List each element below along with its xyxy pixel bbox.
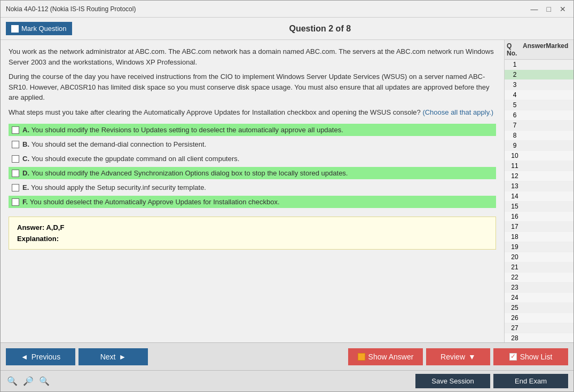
question-title: Question 2 of 8	[72, 24, 568, 34]
show-answer-button[interactable]: Show Answer	[348, 348, 423, 365]
sidebar-row-17[interactable]: 17	[505, 222, 573, 232]
review-button[interactable]: Review ▼	[426, 348, 490, 365]
sidebar-row-7[interactable]: 7	[505, 121, 573, 131]
review-arrow-icon: ▼	[468, 353, 476, 361]
explanation-text: Explanation:	[17, 235, 487, 243]
sidebar-row-8[interactable]: 8	[505, 131, 573, 141]
next-button[interactable]: Next ►	[78, 348, 148, 365]
option-b-checkbox[interactable]	[12, 141, 19, 148]
sidebar-col-answer: Answer	[523, 42, 546, 57]
question-text-3: What steps must you take after clearing …	[9, 107, 496, 118]
show-answer-label: Show Answer	[368, 353, 414, 361]
option-b-label: B. You should set the demand-dial connec…	[22, 140, 206, 148]
sidebar-row-3[interactable]: 3	[505, 80, 573, 90]
choose-note: (Choose all that apply.)	[422, 108, 493, 116]
option-e-row: E. You should apply the Setup security.i…	[9, 181, 496, 194]
maximize-button[interactable]: □	[545, 5, 553, 13]
bottom-section: ◄ Previous Next ► Show Answer Review ▼ S…	[1, 342, 573, 391]
option-a-checkbox[interactable]	[12, 126, 19, 134]
close-button[interactable]: ✕	[557, 5, 568, 13]
sidebar-row-16[interactable]: 16	[505, 212, 573, 222]
next-arrow-icon: ►	[119, 353, 126, 361]
sidebar-header: Q No. Answer Marked	[505, 40, 573, 60]
option-f-checkbox[interactable]	[12, 198, 19, 206]
option-e-label: E. You should apply the Setup security.i…	[22, 183, 206, 191]
show-list-button[interactable]: Show List	[493, 348, 568, 365]
main-content: You work as the network administrator at…	[1, 40, 573, 342]
option-d-row: D. You should modify the Advanced Synchr…	[9, 167, 496, 179]
sidebar-col-marked: Marked	[546, 42, 573, 57]
sidebar-row-26[interactable]: 26	[505, 313, 573, 323]
sidebar-row-24[interactable]: 24	[505, 293, 573, 303]
sidebar-row-18[interactable]: 18	[505, 232, 573, 242]
end-exam-button[interactable]: End Exam	[493, 374, 568, 388]
option-d-label: D. You should modify the Advanced Synchr…	[22, 169, 348, 177]
previous-label: Previous	[32, 353, 60, 361]
sidebar: Q No. Answer Marked 1 2 3 4 5 6 7 8 9 10…	[504, 40, 573, 342]
sidebar-col-qno: Q No.	[507, 42, 523, 57]
option-d-checkbox[interactable]	[12, 170, 19, 177]
title-bar-controls: — □ ✕	[529, 5, 568, 13]
sidebar-row-4[interactable]: 4	[505, 90, 573, 100]
sidebar-row-14[interactable]: 14	[505, 191, 573, 202]
answer-text: Answer: A,D,F	[17, 223, 487, 231]
review-label: Review	[441, 353, 465, 361]
option-a-label: A. You should modify the Revisions to Up…	[22, 126, 343, 134]
option-c-row: C. You should execute the gpupdate comma…	[9, 153, 496, 165]
previous-button[interactable]: ◄ Previous	[6, 348, 75, 365]
prev-arrow-icon: ◄	[21, 353, 28, 361]
sidebar-row-20[interactable]: 20	[505, 252, 573, 262]
option-b-row: B. You should set the demand-dial connec…	[9, 138, 496, 150]
save-session-button[interactable]: Save Session	[415, 374, 490, 388]
end-exam-label: End Exam	[515, 377, 547, 385]
bottom-row2: 🔍 🔎 🔍 Save Session End Exam	[1, 370, 573, 391]
title-bar: Nokia 4A0-112 (Nokia IS-IS Routing Proto…	[1, 1, 573, 18]
toolbar: Mark Question Question 2 of 8	[1, 18, 573, 40]
zoom-reset-button[interactable]: 🔎	[22, 375, 35, 387]
mark-question-button[interactable]: Mark Question	[6, 22, 72, 35]
sidebar-row-9[interactable]: 9	[505, 141, 573, 151]
mark-checkbox-icon	[11, 25, 19, 33]
sidebar-row-21[interactable]: 21	[505, 262, 573, 273]
answer-box: Answer: A,D,F Explanation:	[9, 217, 496, 250]
sidebar-row-22[interactable]: 22	[505, 273, 573, 283]
next-label: Next	[100, 353, 116, 361]
option-c-label: C. You should execute the gpupdate comma…	[22, 155, 239, 163]
option-e-checkbox[interactable]	[12, 184, 19, 191]
sidebar-row-15[interactable]: 15	[505, 202, 573, 212]
main-window: Nokia 4A0-112 (Nokia IS-IS Routing Proto…	[0, 0, 574, 392]
sidebar-row-19[interactable]: 19	[505, 242, 573, 252]
show-list-label: Show List	[520, 353, 553, 361]
option-c-checkbox[interactable]	[12, 155, 19, 163]
options-container: A. You should modify the Revisions to Up…	[9, 124, 496, 208]
sidebar-row-10[interactable]: 10	[505, 151, 573, 161]
option-f-row: F. You should deselect the Automatically…	[9, 196, 496, 208]
option-a-row: A. You should modify the Revisions to Up…	[9, 124, 496, 136]
sidebar-row-27[interactable]: 27	[505, 323, 573, 333]
sidebar-row-28[interactable]: 28	[505, 333, 573, 342]
minimize-button[interactable]: —	[529, 5, 540, 13]
sidebar-row-11[interactable]: 11	[505, 161, 573, 171]
question-text-1: You work as the network administrator at…	[9, 46, 496, 67]
show-list-icon	[509, 353, 517, 361]
show-answer-icon	[358, 353, 365, 361]
question-text-2: During the course of the day you have re…	[9, 71, 496, 103]
mark-question-label: Mark Question	[21, 25, 67, 33]
zoom-out-button[interactable]: 🔍	[6, 375, 19, 387]
option-f-label: F. You should deselect the Automatically…	[22, 198, 280, 206]
sidebar-row-5[interactable]: 5	[505, 100, 573, 110]
sidebar-row-2[interactable]: 2	[505, 70, 573, 80]
question-stem: What steps must you take after clearing …	[9, 108, 421, 116]
sidebar-row-25[interactable]: 25	[505, 303, 573, 313]
bottom-row1: ◄ Previous Next ► Show Answer Review ▼ S…	[1, 342, 573, 370]
sidebar-row-23[interactable]: 23	[505, 283, 573, 293]
sidebar-row-6[interactable]: 6	[505, 110, 573, 121]
question-area: You work as the network administrator at…	[1, 40, 504, 342]
save-session-label: Save Session	[431, 377, 474, 385]
zoom-in-button[interactable]: 🔍	[38, 375, 51, 387]
sidebar-row-12[interactable]: 12	[505, 171, 573, 181]
sidebar-row-1[interactable]: 1	[505, 60, 573, 70]
window-title: Nokia 4A0-112 (Nokia IS-IS Routing Proto…	[6, 5, 136, 13]
sidebar-row-13[interactable]: 13	[505, 181, 573, 191]
